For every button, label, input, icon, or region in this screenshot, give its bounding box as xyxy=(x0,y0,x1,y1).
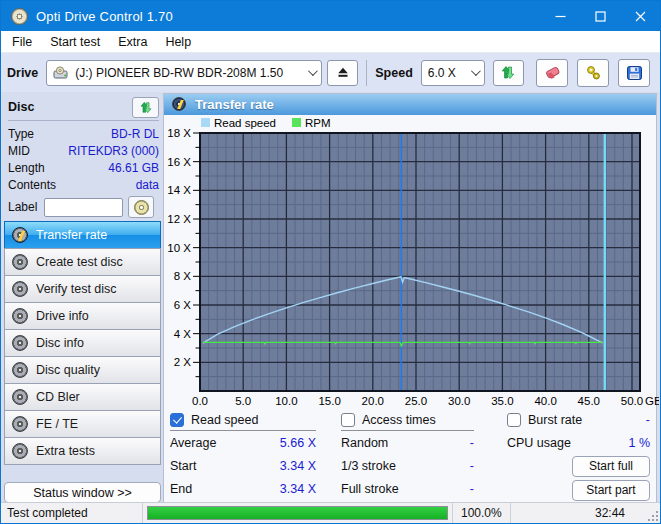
close-button[interactable] xyxy=(620,1,660,31)
stat-random: Random- xyxy=(341,431,474,454)
app-disc-icon xyxy=(11,8,28,25)
burst-rate-checkbox[interactable] xyxy=(507,413,521,427)
panel-title: Transfer rate xyxy=(195,97,274,112)
refresh-speed-button[interactable] xyxy=(493,60,524,86)
svg-text:4 X: 4 X xyxy=(174,327,192,339)
start-part-button[interactable]: Start part xyxy=(572,480,650,501)
cd-icon xyxy=(12,254,28,270)
stat-end: End3.34 X xyxy=(170,477,316,500)
drive-label: Drive xyxy=(7,66,38,80)
svg-text:10 X: 10 X xyxy=(167,241,191,253)
progress-bar xyxy=(147,506,448,520)
svg-text:6 X: 6 X xyxy=(174,299,192,311)
cd-icon xyxy=(12,389,28,405)
svg-text:GB: GB xyxy=(645,395,659,407)
refresh-icon xyxy=(500,65,516,80)
stat-average: Average5.66 X xyxy=(170,431,316,454)
cd-icon xyxy=(12,227,28,243)
access-times-label: Access times xyxy=(362,413,436,427)
svg-text:35.0: 35.0 xyxy=(491,395,513,407)
eraser-icon xyxy=(544,65,561,81)
eject-icon xyxy=(336,66,350,79)
svg-text:45.0: 45.0 xyxy=(578,395,600,407)
refresh-icon xyxy=(139,101,153,114)
svg-text:RPM: RPM xyxy=(305,117,331,129)
speed-select[interactable]: 6.0 X xyxy=(421,60,485,86)
menu-file[interactable]: File xyxy=(3,31,41,52)
burst-rate-value: - xyxy=(646,413,650,427)
disc-row-length: Length46.61 GB xyxy=(8,159,159,176)
cd-icon xyxy=(12,335,28,351)
sidebar-item-verify-test-disc[interactable]: Verify test disc xyxy=(4,275,161,303)
rpm-legend-swatch xyxy=(292,118,301,127)
transfer-rate-chart: 2 X4 X6 X8 X10 X12 X14 X16 X18 X0.05.010… xyxy=(164,115,656,407)
svg-text:50.0: 50.0 xyxy=(621,395,643,407)
sidebar-item-extra-tests[interactable]: Extra tests xyxy=(4,437,161,465)
resize-grip[interactable] xyxy=(648,511,658,521)
svg-text:20.0: 20.0 xyxy=(362,395,384,407)
sidebar-item-drive-info[interactable]: Drive info xyxy=(4,302,161,330)
chevron-down-icon xyxy=(308,66,318,76)
cd-icon xyxy=(12,308,28,324)
minimize-button[interactable] xyxy=(540,1,580,31)
status-bar: Test completed 100.0% 32:44 xyxy=(1,502,660,523)
save-button[interactable] xyxy=(618,59,650,87)
menu-bar: FileStart testExtraHelp xyxy=(1,31,660,53)
menu-extra[interactable]: Extra xyxy=(109,31,156,52)
results-section: Read speed Average5.66 XStart3.34 XEnd3.… xyxy=(164,407,656,502)
sidebar-item-transfer-rate[interactable]: Transfer rate xyxy=(4,221,161,249)
stat-start: Start3.34 X xyxy=(170,454,316,477)
separator xyxy=(366,60,367,86)
disc-label-input[interactable] xyxy=(44,198,123,217)
save-icon xyxy=(626,65,643,81)
cd-icon xyxy=(134,200,149,215)
sidebar-item-create-test-disc[interactable]: Create test disc xyxy=(4,248,161,276)
chevron-down-icon xyxy=(471,66,481,76)
drive-select[interactable]: (J:) PIONEER BD-RW BDR-208M 1.50 xyxy=(46,60,322,86)
app-window: Opti Drive Control 1.70 FileStart testEx… xyxy=(0,0,661,524)
read-speed-checkbox[interactable] xyxy=(170,413,184,427)
menu-start-test[interactable]: Start test xyxy=(41,31,109,52)
sidebar-item-fe-te[interactable]: FE / TE xyxy=(4,410,161,438)
status-text: Test completed xyxy=(1,503,143,523)
cd-icon xyxy=(12,362,28,378)
divider xyxy=(8,120,159,121)
disc-row-mid: MIDRITEKDR3 (000) xyxy=(8,142,159,159)
disc-label-caption: Label xyxy=(8,200,37,214)
sidebar-item-disc-info[interactable]: Disc info xyxy=(4,329,161,357)
drive-value: (J:) PIONEER BD-RW BDR-208M 1.50 xyxy=(75,66,283,80)
menu-help[interactable]: Help xyxy=(156,31,200,52)
speed-value: 6.0 X xyxy=(428,66,456,80)
panel-header: Transfer rate xyxy=(164,94,656,115)
read-speed-label: Read speed xyxy=(191,413,258,427)
disc-info-group: Disc TypeBD-R DLMIDRITEKDR3 (000)Length4… xyxy=(4,93,161,222)
access-times-checkbox[interactable] xyxy=(341,413,355,427)
cpu-usage-label: CPU usage xyxy=(507,436,571,450)
sidebar-item-cd-bler[interactable]: CD Bler xyxy=(4,383,161,411)
svg-text:5.0: 5.0 xyxy=(235,395,251,407)
keys-button[interactable] xyxy=(577,59,609,87)
start-full-button[interactable]: Start full xyxy=(572,456,650,477)
transfer-rate-panel: Transfer rate 2 X4 X6 X8 X10 X12 X14 X16… xyxy=(163,93,657,503)
svg-text:30.0: 30.0 xyxy=(448,395,470,407)
status-window-button[interactable]: Status window >> xyxy=(4,482,161,503)
maximize-button[interactable] xyxy=(580,1,620,31)
speed-label: Speed xyxy=(375,66,413,80)
svg-text:8 X: 8 X xyxy=(174,270,192,282)
toolbar: Drive (J:) PIONEER BD-RW BDR-208M 1.50 S… xyxy=(1,53,660,92)
cd-icon xyxy=(12,281,28,297)
burst-rate-label: Burst rate xyxy=(528,413,582,427)
svg-text:0.0: 0.0 xyxy=(192,395,208,407)
disc-row-type: TypeBD-R DL xyxy=(8,125,159,142)
sidebar-item-disc-quality[interactable]: Disc quality xyxy=(4,356,161,384)
stat-1-3-stroke: 1/3 stroke- xyxy=(341,454,474,477)
erase-disc-button[interactable] xyxy=(536,59,568,87)
svg-text:10.0: 10.0 xyxy=(275,395,297,407)
svg-text:14 X: 14 X xyxy=(167,184,191,196)
svg-text:Read speed: Read speed xyxy=(214,117,276,129)
refresh-disc-button[interactable] xyxy=(132,97,159,118)
cd-icon xyxy=(12,443,28,459)
disc-label-button[interactable] xyxy=(128,196,154,218)
eject-button[interactable] xyxy=(327,60,358,86)
progress-fill xyxy=(148,507,447,519)
